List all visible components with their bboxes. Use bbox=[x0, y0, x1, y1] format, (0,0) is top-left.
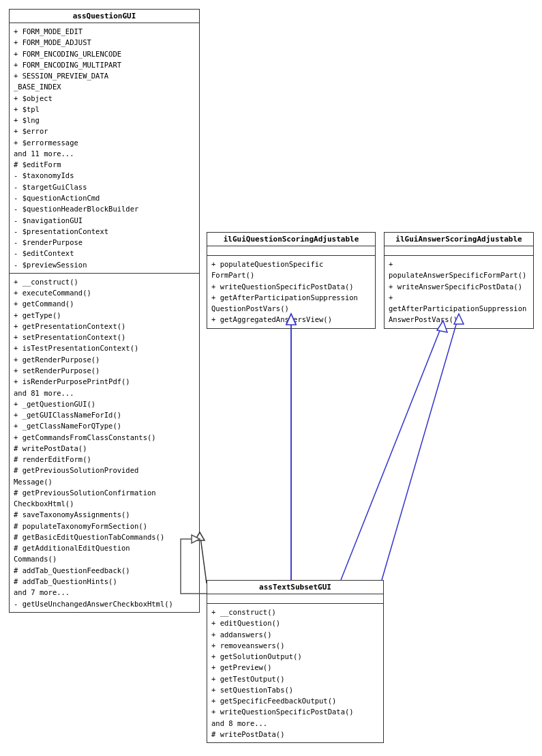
section-ilGuiQuestionScoringAdjustable-methods: + populateQuestionSpecific FormPart() + … bbox=[207, 256, 375, 328]
title-ilGuiAnswerScoringAdjustable: ilGuiAnswerScoringAdjustable bbox=[385, 233, 533, 246]
title-assQuestionGUI: assQuestionGUI bbox=[10, 10, 199, 23]
box-ilGuiAnswerScoringAdjustable: ilGuiAnswerScoringAdjustable + populateA… bbox=[384, 232, 534, 329]
section-assQuestionGUI-methods: + __construct() + executeCommand() + get… bbox=[10, 274, 199, 612]
svg-line-0 bbox=[200, 532, 207, 583]
title-assTextSubsetGUI: assTextSubsetGUI bbox=[207, 581, 383, 594]
section-ilGuiQuestionScoringAdjustable-empty bbox=[207, 246, 375, 256]
section-ilGuiAnswerScoringAdjustable-methods: + populateAnswerSpecificFormPart() + wri… bbox=[385, 256, 533, 328]
section-assTextSubsetGUI-methods: + __construct() + editQuestion() + addan… bbox=[207, 604, 383, 742]
svg-line-9 bbox=[341, 322, 443, 580]
box-assQuestionGUI: assQuestionGUI + FORM_MODE_EDIT + FORM_M… bbox=[9, 9, 200, 613]
section-ilGuiAnswerScoringAdjustable-empty bbox=[385, 246, 533, 256]
box-ilGuiQuestionScoringAdjustable: ilGuiQuestionScoringAdjustable + populat… bbox=[207, 232, 376, 329]
section-assQuestionGUI-fields: + FORM_MODE_EDIT + FORM_MODE_ADJUST + FO… bbox=[10, 23, 199, 274]
box-assTextSubsetGUI: assTextSubsetGUI + __construct() + editQ… bbox=[207, 580, 384, 743]
title-ilGuiQuestionScoringAdjustable: ilGuiQuestionScoringAdjustable bbox=[207, 233, 375, 246]
diagram-container: assQuestionGUI + FORM_MODE_EDIT + FORM_M… bbox=[0, 0, 542, 756]
section-assTextSubsetGUI-empty bbox=[207, 594, 383, 604]
svg-line-4 bbox=[382, 315, 459, 580]
